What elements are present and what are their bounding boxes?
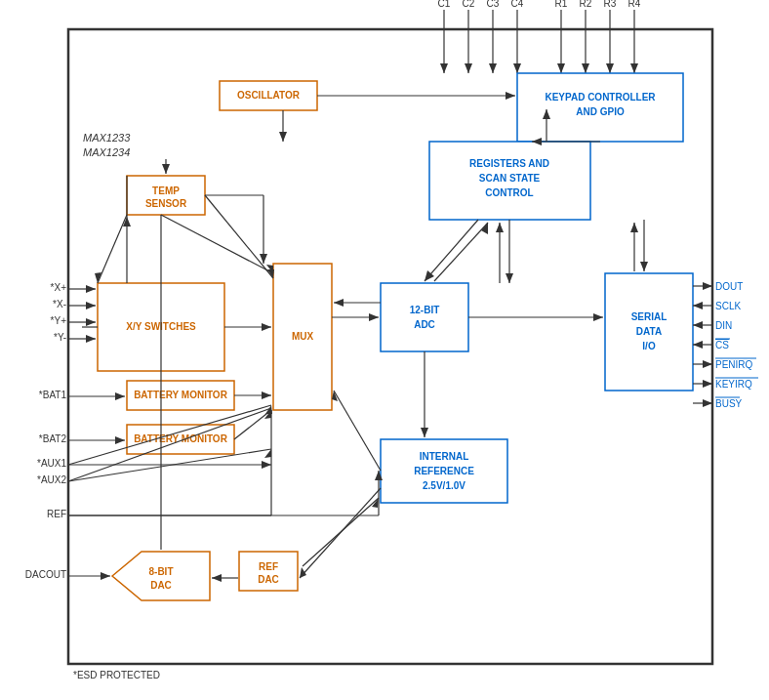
aux2-label: *AUX2 bbox=[37, 474, 66, 485]
serial-label-3: I/O bbox=[642, 341, 656, 351]
battery1-label: BATTERY MONITOR bbox=[134, 390, 228, 400]
dac-label-2: DAC bbox=[150, 580, 172, 591]
yminus-label: *Y- bbox=[54, 332, 66, 343]
dacout-label: DACOUT bbox=[25, 569, 66, 580]
aux1-label: *AUX1 bbox=[37, 458, 66, 469]
sclk-label: SCLK bbox=[715, 301, 741, 311]
temp-label-2: SENSOR bbox=[145, 198, 187, 209]
adc-label-1: 12-BIT bbox=[410, 305, 440, 315]
serial-label-1: SERIAL bbox=[631, 311, 668, 322]
svg-text:R4: R4 bbox=[628, 0, 641, 9]
dac-label-1: 8-BIT bbox=[149, 566, 174, 577]
penirq-label: PENIRQ bbox=[715, 359, 753, 370]
chip-name-2: MAX1234 bbox=[83, 146, 130, 158]
registers-label-1: REGISTERS AND bbox=[469, 158, 549, 169]
svg-text:C4: C4 bbox=[511, 0, 524, 9]
esd-note: *ESD PROTECTED bbox=[73, 670, 160, 680]
bat2-label: *BAT2 bbox=[39, 433, 67, 444]
battery2-label: BATTERY MONITOR bbox=[134, 433, 228, 444]
dout-label: DOUT bbox=[715, 281, 743, 292]
diagram-container: C1 C2 C3 C4 R1 R2 R3 bbox=[0, 0, 769, 700]
cs-label: CS bbox=[715, 340, 729, 350]
svg-text:R2: R2 bbox=[580, 0, 592, 9]
svg-text:C3: C3 bbox=[487, 0, 500, 9]
internal-ref-label-1: INTERNAL bbox=[420, 451, 469, 462]
svg-text:C2: C2 bbox=[463, 0, 475, 9]
oscillator-label: OSCILLATOR bbox=[237, 90, 301, 101]
xminus-label: *X- bbox=[53, 299, 66, 309]
svg-text:R3: R3 bbox=[604, 0, 617, 9]
adc-label-2: ADC bbox=[414, 319, 435, 330]
serial-label-2: DATA bbox=[636, 326, 662, 337]
mux-label: MUX bbox=[292, 331, 314, 342]
yplus-label: *Y+ bbox=[51, 315, 67, 326]
svg-text:C1: C1 bbox=[438, 0, 451, 9]
internal-ref-label-3: 2.5V/1.0V bbox=[423, 480, 465, 491]
svg-text:R1: R1 bbox=[555, 0, 568, 9]
internal-ref-label-2: REFERENCE bbox=[414, 466, 474, 476]
ref-dac-label-2: DAC bbox=[258, 574, 279, 585]
din-label: DIN bbox=[715, 320, 732, 331]
registers-label-3: CONTROL bbox=[485, 187, 533, 198]
keyirq-label: KEYIRQ bbox=[715, 379, 752, 390]
temp-label-1: TEMP bbox=[152, 185, 180, 196]
busy-label: BUSY bbox=[715, 398, 743, 409]
keypad-label-1: KEYPAD CONTROLLER bbox=[545, 92, 656, 103]
adc-block bbox=[381, 283, 468, 351]
chip-name-1: MAX1233 bbox=[83, 132, 131, 144]
ref-dac-label-1: REF bbox=[259, 561, 278, 572]
bat1-label: *BAT1 bbox=[39, 390, 67, 400]
block-diagram-svg: C1 C2 C3 C4 R1 R2 R3 bbox=[0, 0, 769, 700]
xplus-label: *X+ bbox=[51, 282, 67, 293]
registers-label-2: SCAN STATE bbox=[479, 173, 541, 184]
ref-label: REF bbox=[47, 509, 66, 519]
keypad-label-2: AND GPIO bbox=[576, 106, 625, 117]
